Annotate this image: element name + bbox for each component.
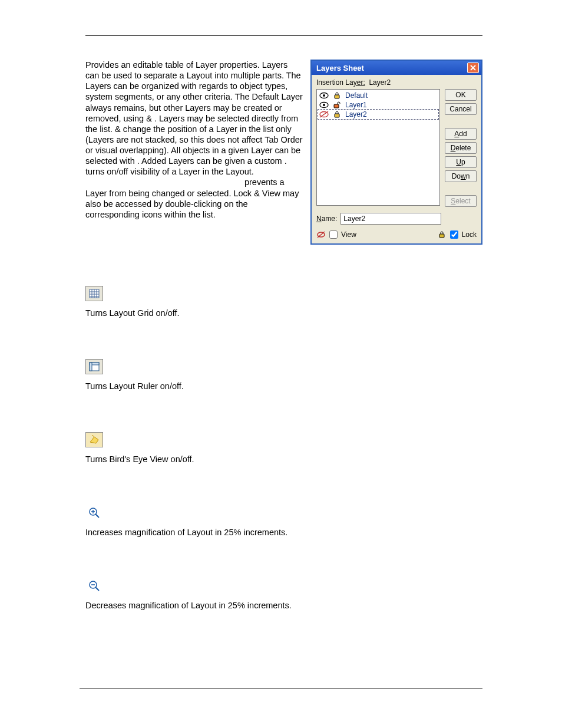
grid-desc: Turns Layout Grid on/off. xyxy=(85,308,482,318)
dialog-button-column: OK Cancel Add Delete Up Down Select xyxy=(445,89,477,207)
svg-rect-2 xyxy=(335,95,339,98)
svg-point-4 xyxy=(323,104,325,106)
lock-group: Lock xyxy=(437,230,477,239)
name-label: Name: xyxy=(316,215,337,223)
svg-line-17 xyxy=(95,514,99,518)
grid-icon[interactable] xyxy=(85,286,103,301)
eye-off-icon[interactable] xyxy=(319,110,329,118)
svg-rect-5 xyxy=(334,104,339,108)
name-row: Name: xyxy=(316,213,477,225)
lock-icon[interactable] xyxy=(332,91,342,100)
layer-name-input[interactable] xyxy=(340,213,441,225)
dialog-title: Layers Sheet xyxy=(316,64,364,73)
intro-text-2: prevents a Layer from being changed or s… xyxy=(85,177,301,219)
close-icon[interactable] xyxy=(467,62,479,73)
unlock-icon[interactable] xyxy=(332,101,342,109)
lock-checkbox[interactable] xyxy=(450,230,458,239)
lock-icon xyxy=(437,230,447,239)
svg-rect-8 xyxy=(335,114,339,117)
down-button[interactable]: Down xyxy=(445,170,477,182)
intro-paragraph: Provides an editable table of Layer prop… xyxy=(85,60,303,220)
add-button[interactable]: Add xyxy=(445,128,477,140)
dialog-titlebar: Layers Sheet xyxy=(312,61,481,75)
birdseye-icon[interactable] xyxy=(85,432,103,447)
layer-name: Layer1 xyxy=(345,101,367,109)
svg-line-21 xyxy=(95,587,99,591)
zoom-out-icon[interactable] xyxy=(85,578,103,594)
select-button[interactable]: Select xyxy=(445,195,477,207)
delete-button[interactable]: Delete xyxy=(445,142,477,154)
ruler-icon[interactable] xyxy=(85,359,103,374)
view-group: View xyxy=(316,230,356,239)
eye-icon[interactable] xyxy=(319,101,329,109)
lock-icon[interactable] xyxy=(332,110,342,118)
cancel-button[interactable]: Cancel xyxy=(445,103,477,115)
zoom-in-icon[interactable] xyxy=(85,505,103,521)
ok-button[interactable]: OK xyxy=(445,89,477,101)
layer-row[interactable]: Layer1 xyxy=(318,100,438,110)
svg-rect-15 xyxy=(90,363,92,371)
top-divider xyxy=(85,35,482,36)
layer-name: Default xyxy=(345,91,368,100)
svg-point-1 xyxy=(323,94,325,97)
eye-icon[interactable] xyxy=(319,91,329,100)
layer-row[interactable]: Layer2 xyxy=(318,110,438,119)
view-checkbox[interactable] xyxy=(329,230,338,239)
insertion-layer-label: Insertion Layer: Layer2 xyxy=(316,78,477,87)
layer-list[interactable]: DefaultLayer1Layer2 xyxy=(316,89,440,206)
lock-label: Lock xyxy=(462,230,477,239)
up-button[interactable]: Up xyxy=(445,156,477,168)
insertion-layer-value: Layer2 xyxy=(369,78,391,87)
layers-sheet-dialog: Layers Sheet Insertion Layer: Layer2 Def… xyxy=(310,60,482,245)
intro-text-1: Provides an editable table of Layer prop… xyxy=(85,60,303,176)
ruler-desc: Turns Layout Ruler on/off. xyxy=(85,381,482,391)
bottom-divider xyxy=(80,688,482,689)
layer-name: Layer2 xyxy=(345,110,367,118)
svg-rect-11 xyxy=(439,234,444,238)
zoomout-desc: Decreases magnification of Layout in 25%… xyxy=(85,601,482,610)
zoomin-desc: Increases magnification of Layout in 25%… xyxy=(85,528,482,537)
eye-off-icon xyxy=(316,230,326,239)
birdseye-desc: Turns Bird's Eye View on/off. xyxy=(85,454,482,464)
layer-row[interactable]: Default xyxy=(318,91,438,100)
view-label: View xyxy=(341,230,356,239)
